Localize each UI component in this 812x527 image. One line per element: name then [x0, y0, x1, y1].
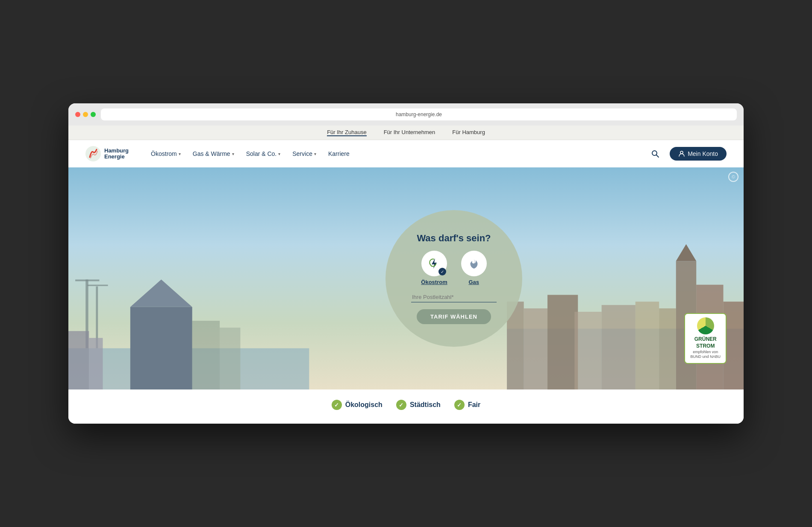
svg-rect-24 — [659, 308, 676, 389]
product-selector-widget: Was darf's sein? ✓ Ökostrom — [385, 210, 522, 347]
svg-rect-13 — [192, 321, 220, 389]
maximize-button[interactable] — [91, 112, 96, 117]
svg-rect-21 — [574, 312, 601, 389]
badge-stadtisch: ✓ Städtisch — [396, 400, 441, 410]
svg-rect-5 — [130, 307, 192, 389]
check-icon: ✓ — [454, 400, 465, 410]
city-left — [68, 245, 372, 389]
nav-solar-co[interactable]: Solar & Co. ▾ — [241, 147, 286, 161]
gruen-strom-title2: STROM — [696, 343, 715, 350]
address-bar[interactable]: hamburg-energie.de — [101, 108, 737, 120]
nav-actions: Mein Konto — [647, 146, 727, 161]
traffic-lights — [75, 112, 96, 117]
badge-circle-icon — [697, 317, 714, 334]
close-button[interactable] — [75, 112, 80, 117]
nav-gas-warme[interactable]: Gas & Wärme ▾ — [188, 147, 239, 161]
logo-line1: Hamburg — [104, 148, 129, 154]
svg-rect-17 — [524, 308, 547, 389]
badge-label-fair: Fair — [468, 401, 480, 409]
selected-check-icon: ✓ — [438, 268, 446, 275]
svg-marker-20 — [676, 244, 696, 261]
svg-rect-10 — [87, 285, 108, 286]
chevron-down-icon: ▾ — [232, 152, 234, 156]
okostrom-label: Ökostrom — [421, 279, 447, 285]
svg-rect-22 — [602, 305, 635, 389]
top-navigation: Für Ihr Zuhause Für Ihr Unternehmen Für … — [68, 126, 744, 140]
logo[interactable]: Hamburg Energie — [85, 146, 129, 161]
badge-label-okologisch: Ökologisch — [345, 401, 382, 409]
check-icon: ✓ — [332, 400, 342, 410]
okostrom-icon-container: ✓ — [421, 251, 447, 276]
browser-window: hamburg-energie.de Für Ihr Zuhause Für I… — [68, 103, 744, 424]
nav-karriere[interactable]: Karriere — [323, 147, 355, 161]
value-badges: ✓ Ökologisch ✓ Städtisch ✓ Fair — [68, 389, 744, 424]
search-icon — [651, 149, 659, 158]
hero-section: © Was darf's sein? ✓ Ökostrom — [68, 167, 744, 389]
gruen-strom-orgs: BUND und NABU — [690, 354, 721, 360]
chevron-down-icon: ▾ — [278, 152, 280, 156]
svg-rect-11 — [68, 331, 89, 389]
chevron-down-icon: ▾ — [314, 152, 316, 156]
top-nav-unternehmen[interactable]: Für Ihr Unternehmen — [384, 129, 435, 136]
gas-icon-container — [461, 251, 487, 276]
gas-option[interactable]: Gas — [461, 251, 487, 285]
check-icon: ✓ — [396, 400, 406, 410]
gruen-strom-subtitle: empfohlen von — [693, 350, 718, 355]
logo-line2: Energie — [104, 154, 129, 160]
badge-label-stadtisch: Städtisch — [410, 401, 441, 409]
widget-title: Was darf's sein? — [417, 233, 491, 244]
svg-rect-23 — [635, 302, 659, 389]
nav-items: Ökostrom ▾ Gas & Wärme ▾ Solar & Co. ▾ S… — [146, 147, 647, 161]
top-nav-hamburg[interactable]: Für Hamburg — [452, 129, 485, 136]
logo-icon — [85, 146, 101, 161]
svg-rect-18 — [547, 295, 578, 389]
svg-rect-12 — [89, 338, 103, 389]
chevron-down-icon: ▾ — [179, 152, 181, 156]
user-icon — [678, 150, 685, 157]
tarif-wahlen-button[interactable]: TARIF WÄHLEN — [417, 309, 491, 324]
badge-fair: ✓ Fair — [454, 400, 480, 410]
svg-rect-8 — [75, 279, 99, 281]
svg-point-3 — [680, 151, 683, 154]
svg-rect-14 — [220, 328, 240, 389]
okostrom-icon — [427, 257, 441, 270]
url-text: hamburg-energie.de — [396, 111, 442, 117]
svg-line-2 — [656, 155, 659, 157]
main-navigation: Hamburg Energie Ökostrom ▾ Gas & Wärme ▾… — [68, 140, 744, 167]
widget-options: ✓ Ökostrom Gas — [421, 251, 486, 285]
search-button[interactable] — [647, 146, 663, 161]
okostrom-option[interactable]: ✓ Ökostrom — [421, 251, 447, 285]
gas-label: Gas — [468, 279, 479, 285]
browser-chrome: hamburg-energie.de — [68, 103, 744, 126]
postleitzahl-input[interactable] — [411, 292, 497, 302]
badge-okologisch: ✓ Ökologisch — [332, 400, 382, 410]
nav-okostrom[interactable]: Ökostrom ▾ — [146, 147, 186, 161]
gas-icon — [467, 257, 481, 270]
gruen-strom-title: GRÜNER — [694, 336, 717, 343]
gruen-strom-badge: GRÜNER STROM empfohlen von BUND und NABU — [684, 313, 727, 364]
copyright-icon: © — [728, 172, 738, 182]
mein-konto-button[interactable]: Mein Konto — [670, 147, 727, 161]
minimize-button[interactable] — [83, 112, 88, 117]
top-nav-zuhause[interactable]: Für Ihr Zuhause — [327, 129, 367, 136]
svg-marker-6 — [130, 279, 192, 307]
logo-text: Hamburg Energie — [104, 148, 129, 160]
nav-service[interactable]: Service ▾ — [287, 147, 321, 161]
